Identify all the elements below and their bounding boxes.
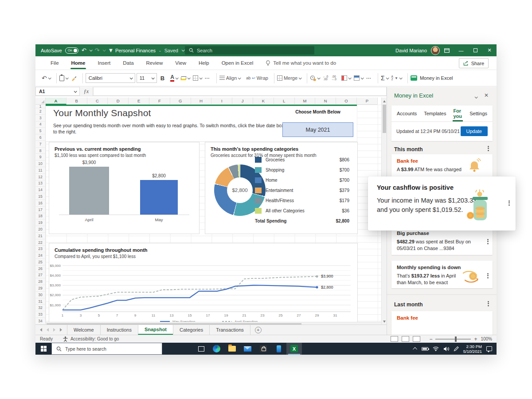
column-header-p[interactable]: P <box>357 98 378 105</box>
column-header-e[interactable]: E <box>129 98 149 105</box>
row-header-11[interactable]: 11 <box>35 167 45 174</box>
name-box[interactable]: A1 <box>35 87 80 96</box>
minimize-button[interactable]: — <box>454 44 468 56</box>
last-month-kebab-icon[interactable] <box>486 300 490 307</box>
column-header-m[interactable]: M <box>295 98 316 105</box>
avatar[interactable] <box>431 46 440 55</box>
column-header-j[interactable]: J <box>232 98 253 105</box>
font-size-select[interactable]: 11 <box>137 73 157 83</box>
fill-color-button[interactable] <box>181 76 190 80</box>
card-kebab-icon[interactable] <box>485 272 490 279</box>
row-header-24[interactable]: 24 <box>35 252 45 259</box>
wrap-button[interactable]: ab↩Wrap <box>246 75 268 81</box>
row-header-2[interactable]: 2 <box>35 108 45 115</box>
column-headers[interactable]: ABCDEFGHIJKLMNOP <box>35 98 381 105</box>
edge-button[interactable] <box>209 343 224 355</box>
month-selector[interactable]: May 2021 <box>282 122 353 137</box>
popup-kebab-icon[interactable] <box>507 200 511 206</box>
card-last-month-bank-fee[interactable]: Bank fee <box>391 311 493 335</box>
taskbar-search[interactable]: Type here to search <box>51 343 162 355</box>
undo-icon[interactable]: ↶ <box>82 47 86 53</box>
format-as-table-button[interactable] <box>354 75 363 81</box>
close-button[interactable]: ✕ <box>482 44 497 56</box>
sheet-tab-instructions[interactable]: Instructions <box>100 325 138 335</box>
row-header-30[interactable]: 30 <box>35 292 45 298</box>
zoom-in-button[interactable]: + <box>474 336 477 342</box>
file-explorer-button[interactable] <box>224 343 240 355</box>
row-header-19[interactable]: 19 <box>35 219 45 226</box>
pane-tab-settings[interactable]: Settings <box>466 106 491 121</box>
column-header-f[interactable]: F <box>149 98 170 105</box>
excel-taskbar-button[interactable]: X <box>286 343 302 355</box>
column-header-h[interactable]: H <box>191 98 212 105</box>
line-chart[interactable]: Cumulative spending throughout month Com… <box>49 243 358 325</box>
row-header-29[interactable]: 29 <box>35 285 45 292</box>
row-header-6[interactable]: 6 <box>35 134 45 141</box>
card-spending-down[interactable]: Monthly spending is down That’s $193.27 … <box>391 261 493 288</box>
zoom-slider-thumb[interactable] <box>455 336 457 342</box>
menu-tab-review[interactable]: Review <box>140 56 169 70</box>
row-header-32[interactable]: 32 <box>35 305 45 311</box>
mail-button[interactable] <box>240 343 255 355</box>
column-header-a[interactable]: A <box>46 98 66 105</box>
undo-chevron-icon[interactable] <box>89 48 92 51</box>
increase-decimal-button[interactable]: .00→.0 <box>331 75 336 81</box>
card-big-purchase[interactable]: Big purchase $482.29 was spent at Best B… <box>391 227 493 255</box>
column-header-o[interactable]: O <box>336 98 357 105</box>
row-header-34[interactable]: 34 <box>35 318 45 325</box>
row-header-17[interactable]: 17 <box>35 207 45 213</box>
vertical-scrollbar-thumb[interactable] <box>383 105 386 133</box>
action-center-icon[interactable] <box>486 346 492 351</box>
row-header-14[interactable]: 14 <box>35 187 45 193</box>
row-header-4[interactable]: 4 <box>35 121 45 128</box>
sheet-tab-categories[interactable]: Categories <box>173 325 210 335</box>
menu-tab-help[interactable]: Help <box>192 56 215 70</box>
row-header-9[interactable]: 9 <box>35 154 45 160</box>
store-button[interactable] <box>255 343 271 355</box>
column-header-n[interactable]: N <box>315 98 336 105</box>
pane-close-icon[interactable]: ✕ <box>484 92 489 98</box>
pane-tab-accounts[interactable]: Accounts <box>393 106 420 121</box>
sheet-tab-snapshot[interactable]: Snapshot <box>138 325 173 335</box>
wifi-icon[interactable] <box>433 346 439 351</box>
sheet-tab-transactions[interactable]: Transactions <box>209 325 250 335</box>
row-header-13[interactable]: 13 <box>35 180 45 187</box>
bold-button[interactable]: B <box>160 75 164 82</box>
styles-overflow-button[interactable]: ⋯ <box>366 75 372 81</box>
pane-tab-for-you[interactable]: For you <box>450 106 466 121</box>
title-chevron-icon[interactable] <box>182 48 185 51</box>
battery-icon[interactable] <box>422 347 428 351</box>
row-headers[interactable]: 1234567891011121314151617181920212223242… <box>35 105 46 325</box>
merge-button[interactable]: Merge <box>277 75 301 81</box>
borders-button[interactable] <box>193 75 202 81</box>
sheet-tab-welcome[interactable]: Welcome <box>67 325 101 335</box>
horizontal-scrollbar-thumb[interactable] <box>47 323 301 325</box>
row-header-26[interactable]: 26 <box>35 266 45 272</box>
bar-chart[interactable]: Previous vs. current month spending $1,1… <box>49 142 200 234</box>
ribbon-display-options-icon[interactable] <box>440 44 454 56</box>
card-kebab-icon[interactable] <box>485 238 490 245</box>
row-header-1[interactable]: 1 <box>35 105 45 108</box>
column-header-d[interactable]: D <box>108 98 129 105</box>
page-break-view-icon[interactable] <box>413 336 420 342</box>
row-header-20[interactable]: 20 <box>35 226 45 233</box>
cashflow-popup[interactable]: Your cashflow is positive Your income in… <box>368 176 516 231</box>
row-header-10[interactable]: 10 <box>35 160 45 167</box>
fx-icon[interactable]: ƒx <box>80 87 93 96</box>
pane-collapse-icon[interactable] <box>475 94 477 99</box>
autosave-toggle[interactable]: On <box>65 47 78 54</box>
undo-button[interactable]: ↶ <box>42 74 51 82</box>
conditional-formatting-button[interactable] <box>341 75 351 81</box>
row-header-3[interactable]: 3 <box>35 115 45 121</box>
decrease-decimal-button[interactable]: ←.0.00 <box>323 75 328 81</box>
task-view-button[interactable] <box>193 343 209 355</box>
format-painter-button[interactable] <box>71 75 77 81</box>
document-title[interactable]: Personal Finances - Saved <box>115 44 184 56</box>
menu-tab-home[interactable]: Home <box>65 56 92 70</box>
tray-expand-icon[interactable] <box>413 347 417 352</box>
zoom-out-button[interactable]: − <box>429 336 432 342</box>
your-phone-button[interactable] <box>271 343 286 355</box>
menu-tab-file[interactable]: File <box>44 56 65 70</box>
column-header-b[interactable]: B <box>66 98 87 105</box>
row-header-23[interactable]: 23 <box>35 246 45 252</box>
